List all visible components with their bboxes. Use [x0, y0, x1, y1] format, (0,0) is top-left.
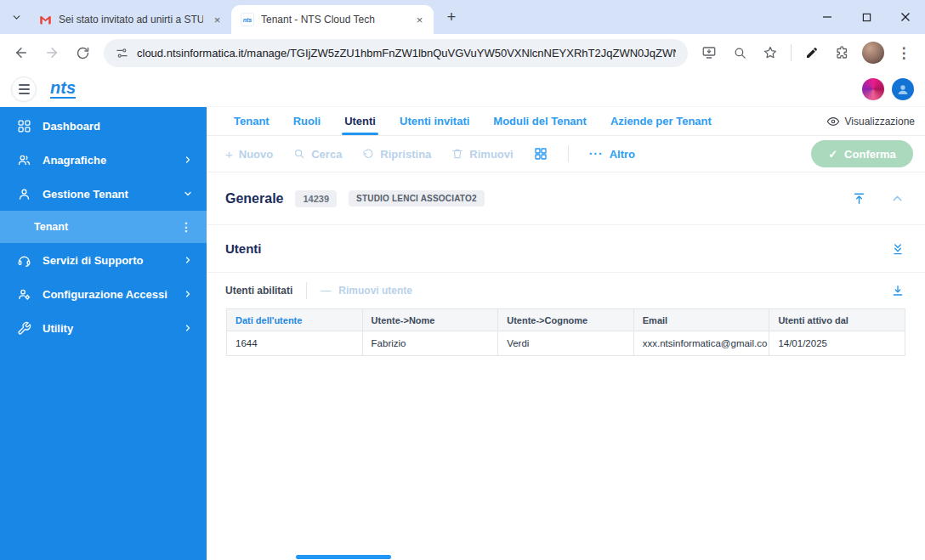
conferma-button[interactable]: ✓ Conferma: [811, 140, 913, 167]
browser-nav-toolbar: cloud.ntsinformatica.it/manage/TGIjZW5zZ…: [0, 34, 925, 71]
rimuovi-label: Rimuovi: [469, 148, 513, 161]
new-tab-button[interactable]: +: [440, 6, 462, 28]
dashboard-grid-icon: [17, 119, 31, 133]
forward-button[interactable]: [37, 38, 66, 67]
kebab-menu-icon[interactable]: ⋮: [180, 220, 193, 234]
cell-user-id: 1644: [227, 331, 363, 356]
sidebar-item-configurazione-accessi[interactable]: Configurazione Accessi: [0, 277, 207, 311]
chevron-right-icon: [183, 323, 193, 333]
visualizzazione-label: Visualizzazione: [845, 116, 916, 127]
grid-view-icon: [534, 147, 548, 161]
install-app-icon[interactable]: [695, 38, 724, 67]
address-bar[interactable]: cloud.ntsinformatica.it/manage/TGIjZW5zZ…: [104, 39, 688, 67]
maximize-button[interactable]: [847, 0, 886, 34]
sidebar-item-label: Anagrafiche: [43, 154, 172, 167]
column-header-email[interactable]: Email: [633, 309, 769, 331]
altro-button[interactable]: ··· Altro: [589, 147, 635, 161]
zoom-icon[interactable]: [725, 38, 754, 67]
wrench-icon: [17, 321, 31, 336]
cell-cognome: Verdi: [498, 331, 634, 356]
altro-label: Altro: [610, 148, 635, 161]
sidebar: Dashboard Anagrafiche Gestione Tenant: [0, 107, 207, 560]
extensions-puzzle-icon[interactable]: [828, 38, 857, 67]
sidebar-item-servizi-di-supporto[interactable]: Servizi di Supporto: [0, 243, 207, 277]
tab-tenant[interactable]: Tenant: [222, 107, 281, 135]
nts-favicon-icon: nts: [241, 13, 254, 26]
person-icon: [17, 187, 31, 201]
cerca-button[interactable]: Cerca: [293, 148, 342, 161]
expand-all-icon[interactable]: [891, 242, 905, 256]
sidebar-item-tenant[interactable]: Tenant ⋮: [0, 211, 207, 243]
edit-pencil-icon[interactable]: [797, 38, 826, 67]
back-button[interactable]: [7, 38, 36, 67]
tab-title: Tenant - NTS Cloud Tech: [261, 14, 406, 25]
reload-button[interactable]: [68, 38, 97, 67]
utenti-title: Utenti: [225, 241, 262, 256]
rimuovi-utente-button[interactable]: — Rimuovi utente: [321, 285, 412, 297]
sidebar-item-label: Dashboard: [43, 120, 193, 133]
tab-ruoli[interactable]: Ruoli: [281, 107, 333, 135]
conferma-label: Conferma: [844, 148, 896, 161]
person-gear-icon: [17, 287, 31, 302]
users-table: Dati dell'utente Utente->Nome Utente->Co…: [226, 308, 905, 356]
ripristina-button[interactable]: Ripristina: [362, 148, 431, 161]
nuovo-button[interactable]: + Nuovo: [225, 147, 273, 161]
column-header-nome[interactable]: Utente->Nome: [362, 309, 498, 331]
tab-utenti-invitati[interactable]: Utenti invitati: [388, 107, 481, 135]
close-tab-icon[interactable]: ×: [210, 13, 224, 27]
site-settings-icon[interactable]: [116, 47, 128, 59]
column-header-attivo-dal[interactable]: Utenti attivo dal: [769, 309, 905, 331]
browser-tab-gmail[interactable]: Sei stato invitato ad unirti a STU ×: [29, 5, 231, 34]
cerca-label: Cerca: [311, 148, 342, 161]
page-tabs: Tenant Ruoli Utenti Utenti invitati Modu…: [207, 107, 925, 136]
card-view-button[interactable]: [534, 147, 548, 161]
sidebar-item-utility[interactable]: Utility: [0, 311, 207, 345]
download-icon[interactable]: [891, 284, 905, 297]
sidebar-item-gestione-tenant[interactable]: Gestione Tenant: [0, 177, 207, 211]
check-icon: ✓: [828, 148, 837, 161]
tab-list-chevron-icon[interactable]: [5, 6, 27, 28]
undo-icon: [362, 148, 374, 160]
generale-title: Generale: [225, 191, 283, 206]
browser-menu-kebab-icon[interactable]: ⋮: [889, 38, 918, 67]
cell-nome: Fabrizio: [362, 331, 498, 356]
sidebar-item-label: Tenant: [34, 221, 169, 233]
sidebar-item-dashboard[interactable]: Dashboard: [0, 109, 207, 143]
gmail-icon: [38, 13, 52, 26]
visualizzazione-toggle[interactable]: Visualizzazione: [826, 107, 916, 135]
sidebar-item-anagrafiche[interactable]: Anagrafiche: [0, 143, 207, 177]
tab-moduli-del-tenant[interactable]: Moduli del Tenant: [481, 107, 599, 135]
column-header-cognome[interactable]: Utente->Cognome: [498, 309, 634, 331]
collapse-section-icon[interactable]: [890, 191, 905, 206]
profile-avatar[interactable]: [862, 42, 884, 64]
account-avatar-icon[interactable]: [892, 78, 914, 100]
tab-aziende-per-tenant[interactable]: Aziende per Tenant: [599, 107, 724, 135]
user-avatar[interactable]: [862, 78, 884, 100]
eye-icon: [826, 115, 840, 128]
tab-utenti[interactable]: Utenti: [332, 107, 388, 135]
table-header-row: Dati dell'utente Utente->Nome Utente->Co…: [227, 309, 905, 331]
bookmark-star-icon[interactable]: [756, 38, 785, 67]
scroll-to-top-icon[interactable]: [852, 191, 866, 206]
table-row[interactable]: 1644 Fabrizio Verdi xxx.ntsinformatica@g…: [227, 331, 905, 356]
generale-section: Generale 14239 STUDIO LENCI ASSOCIATO2: [207, 173, 925, 225]
hamburger-menu-icon[interactable]: [11, 76, 37, 102]
close-window-button[interactable]: [886, 0, 925, 34]
browser-tab-nts[interactable]: nts Tenant - NTS Cloud Tech ×: [231, 5, 434, 34]
rimuovi-button[interactable]: Rimuovi: [451, 148, 513, 161]
minus-icon: —: [321, 285, 331, 297]
horizontal-scrollbar-thumb[interactable]: [296, 555, 391, 559]
trash-icon: [451, 148, 463, 160]
chevron-right-icon: [183, 289, 193, 299]
tab-title: Sei stato invitato ad unirti a STU: [59, 14, 203, 25]
subtab-utenti-abilitati[interactable]: Utenti abilitati: [225, 285, 292, 297]
chevron-down-icon: [183, 189, 193, 199]
column-header-dati-utente[interactable]: Dati dell'utente: [227, 309, 363, 331]
app-body: Dashboard Anagrafiche Gestione Tenant: [0, 107, 925, 560]
search-icon: [293, 148, 305, 160]
subtab-divider: [306, 282, 307, 299]
utenti-subtoolbar: Utenti abilitati — Rimuovi utente: [207, 273, 925, 308]
minimize-button[interactable]: [808, 0, 847, 34]
close-tab-icon[interactable]: ×: [412, 13, 427, 27]
cell-attivo-dal: 14/01/2025: [769, 331, 905, 356]
